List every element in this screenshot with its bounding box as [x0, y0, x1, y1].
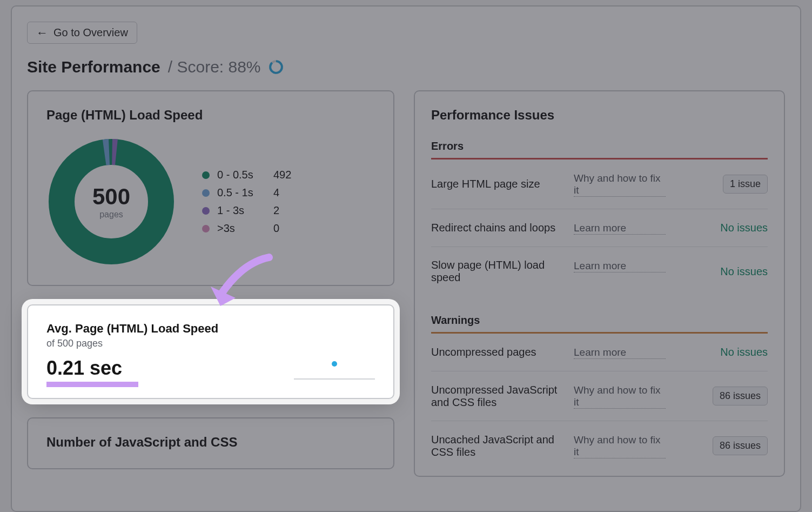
legend-dot-icon: [202, 207, 210, 215]
load-speed-card: Page (HTML) Load Speed 500 pages: [27, 90, 394, 286]
avg-sub: of 500 pages: [46, 338, 375, 349]
avg-sparkline: [294, 360, 375, 380]
issue-help-link[interactable]: Learn more: [574, 347, 666, 359]
avg-value: 0.21 sec: [46, 357, 122, 380]
sparkline-axis-icon: [294, 378, 375, 380]
donut-legend: 0 - 0.5s 492 0.5 - 1s 4 1 - 3s 2: [202, 169, 300, 235]
page-title: Site Performance: [27, 58, 160, 76]
back-to-overview-button[interactable]: ← Go to Overview: [27, 22, 137, 44]
load-speed-donut: 500 pages: [46, 137, 176, 267]
sparkline-dot-icon: [332, 361, 337, 367]
issue-status-none: No issues: [720, 346, 768, 358]
issue-name: Uncompressed pages: [431, 346, 565, 358]
errors-header: Errors: [431, 140, 768, 158]
issue-name: Slow page (HTML) load speed: [431, 259, 565, 284]
issue-help-link[interactable]: Why and how to fix it: [574, 384, 666, 409]
avg-load-speed-card: Avg. Page (HTML) Load Speed of 500 pages…: [27, 304, 394, 399]
donut-center-value: 500: [92, 184, 130, 210]
issue-name: Uncompressed JavaScript and CSS files: [431, 384, 565, 409]
issue-status-none: No issues: [720, 222, 768, 234]
legend-row: 0.5 - 1s 4: [202, 187, 300, 199]
issue-row: Large HTML page sizeWhy and how to fix i…: [431, 159, 768, 209]
issue-name: Uncached JavaScript and CSS files: [431, 434, 565, 458]
arrow-left-icon: ←: [36, 27, 48, 39]
score-ring-icon: [269, 59, 284, 75]
issue-count-badge[interactable]: 1 issue: [723, 175, 768, 194]
issue-help-link[interactable]: Why and how to fix it: [574, 172, 666, 197]
issue-row: Uncompressed pagesLearn moreNo issues: [431, 334, 768, 371]
load-speed-heading: Page (HTML) Load Speed: [46, 108, 375, 123]
js-css-heading: Number of JavaScript and CSS: [46, 435, 375, 450]
warnings-header: Warnings: [431, 314, 768, 332]
score-text: / Score: 88%: [168, 58, 261, 76]
legend-row: 1 - 3s 2: [202, 204, 300, 217]
issue-row: Uncached JavaScript and CSS filesWhy and…: [431, 421, 768, 470]
back-label: Go to Overview: [53, 26, 128, 39]
issue-row: Uncompressed JavaScript and CSS filesWhy…: [431, 371, 768, 421]
title-row: Site Performance / Score: 88%: [27, 58, 785, 76]
legend-dot-icon: [202, 189, 210, 197]
avg-heading: Avg. Page (HTML) Load Speed: [46, 322, 375, 336]
legend-row: >3s 0: [202, 222, 300, 235]
issue-name: Redirect chains and loops: [431, 222, 565, 234]
page-container: ← Go to Overview Site Performance / Scor…: [11, 5, 801, 512]
issue-row: Slow page (HTML) load speedLearn moreNo …: [431, 247, 768, 296]
issue-status-none: No issues: [720, 265, 768, 278]
issue-name: Large HTML page size: [431, 178, 565, 190]
donut-center-label: pages: [99, 210, 123, 220]
issue-count-badge[interactable]: 86 issues: [713, 387, 768, 405]
highlight-underline-icon: [46, 382, 138, 387]
issues-heading: Performance Issues: [431, 108, 768, 123]
legend-row: 0 - 0.5s 492: [202, 169, 300, 181]
issue-row: Redirect chains and loopsLearn moreNo is…: [431, 209, 768, 247]
svg-point-1: [270, 61, 282, 73]
issue-count-badge[interactable]: 86 issues: [713, 436, 768, 455]
legend-dot-icon: [202, 171, 210, 179]
legend-dot-icon: [202, 225, 210, 232]
issue-help-link[interactable]: Learn more: [574, 260, 666, 272]
performance-issues-panel: Performance Issues Errors Large HTML pag…: [414, 90, 785, 477]
issue-help-link[interactable]: Learn more: [574, 222, 666, 235]
js-css-card: Number of JavaScript and CSS: [27, 417, 394, 469]
issue-help-link[interactable]: Why and how to fix it: [574, 434, 666, 458]
